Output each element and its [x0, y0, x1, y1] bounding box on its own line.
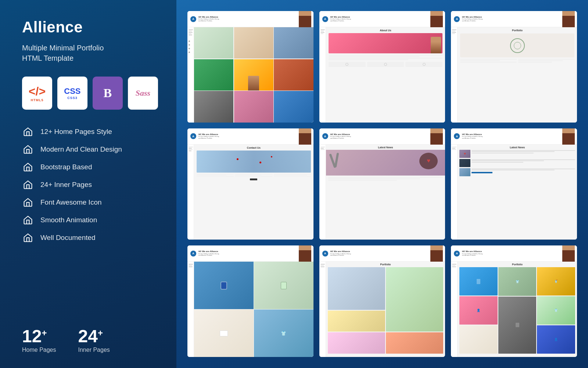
badge-sass: Sass: [128, 77, 158, 110]
person-silhouette-8: [430, 245, 443, 262]
stats-row: 12+ Home Pages 24+ Inner Pages: [22, 328, 158, 353]
mockup-sidebar-6: [451, 145, 458, 240]
sass-icon: Sass: [136, 88, 150, 98]
contact-main-4: Contact Us: [194, 145, 313, 240]
mockup-sidebar-7: [187, 262, 194, 357]
feature-home-pages: 12+ Home Pages Style: [22, 126, 158, 138]
mockup-brand-8: HI! We are Alliance It's Our Hobby to Bu…: [330, 250, 351, 256]
right-panel: A HI! We are Alliance It's Our Hobby to …: [176, 0, 588, 368]
mockup-1: A HI! We are Alliance It's Our Hobby to …: [187, 11, 313, 123]
feature-text-font-awesome: Font Awesome Icon: [40, 198, 102, 206]
feature-icon-inner-pages: [22, 179, 34, 191]
product-grid-7: 👕: [194, 262, 313, 357]
mockup-sidebar-1: [187, 27, 194, 123]
mockup-brand-9: HI! We are Alliance It's Our Hobby to Bu…: [462, 250, 483, 256]
preview-card-6[interactable]: A HI! We are Alliance It's Our Hobby to …: [451, 128, 577, 240]
features-list: 12+ Home Pages Style Modern And Clean De…: [22, 126, 158, 244]
mockup-body-9: Portfolio 👤 👕: [451, 262, 577, 357]
news-dark-main-6: Latest News ♥: [458, 145, 577, 240]
feature-text-modern-design: Modern And Clean Design: [40, 145, 122, 153]
feature-icon-font-awesome: [22, 197, 34, 208]
css3-icon: CSS: [64, 86, 80, 96]
feature-documented: Well Documented: [22, 232, 158, 244]
mockup-logo-4: A: [190, 133, 196, 139]
mockup-logo-7: A: [190, 251, 196, 256]
feature-inner-pages: 24+ Inner Pages: [22, 179, 158, 191]
mockup-sidebar-3: [451, 27, 458, 123]
brand-title: Allience: [22, 18, 158, 36]
stat-label-inner: Inner Pages: [78, 347, 110, 353]
stat-number-inner: 24+: [78, 328, 110, 345]
feature-font-awesome: Font Awesome Icon: [22, 197, 158, 208]
mockup-brand-5: HI! We are Alliance It's Our Hobby to Bu…: [330, 133, 351, 139]
feature-text-home-pages: 12+ Home Pages Style: [40, 128, 112, 136]
mockup-2: A HI! We are Alliance It's Our Hobby to …: [319, 11, 445, 123]
mockup-logo-6: A: [454, 133, 460, 139]
portfolio-grid-1: [194, 27, 313, 123]
mockup-4: A HI! We are Alliance It's Our Hobby to …: [187, 128, 313, 240]
person-silhouette-9: [562, 245, 575, 262]
stat-home-pages: 12+ Home Pages: [22, 328, 56, 353]
mockup-brand-2: HI! We are Alliance It's Our Hobby to Bu…: [330, 16, 351, 22]
person-silhouette-5: [430, 128, 443, 145]
preview-card-2[interactable]: A HI! We are Alliance It's Our Hobby to …: [319, 11, 445, 123]
badge-html5: </> HTML5: [22, 77, 52, 110]
mockup-brand-1: HI! We are Alliance It's Our Hobby to Bu…: [198, 16, 219, 22]
left-panel: Allience Multiple Minimal Portfolio HTML…: [0, 0, 176, 368]
colorful-main-9: Portfolio 👤 👕: [458, 262, 577, 357]
preview-card-7[interactable]: A HI! We are Alliance It's Our Hobby to …: [187, 245, 313, 357]
about-main-2: About Us: [326, 27, 445, 123]
feature-icon-modern-design: [22, 144, 34, 155]
mockup-body-2: About Us: [319, 27, 445, 123]
news-main-5: Latest News ♥: [326, 145, 445, 240]
person-silhouette-1: [299, 11, 311, 27]
mockup-logo-5: A: [322, 133, 328, 139]
feature-text-inner-pages: 24+ Inner Pages: [40, 181, 92, 189]
mockup-9: A HI! We are Alliance It's Our Hobby to …: [451, 245, 577, 357]
mockup-sidebar-8: [319, 262, 326, 357]
mockup-sidebar-4: [187, 145, 194, 240]
feature-text-documented: Well Documented: [40, 234, 96, 242]
preview-card-8[interactable]: A HI! We are Alliance It's Our Hobby to …: [319, 245, 445, 357]
preview-card-4[interactable]: A HI! We are Alliance It's Our Hobby to …: [187, 128, 313, 240]
person-silhouette-2: [430, 11, 443, 27]
person-silhouette-3: [562, 11, 575, 27]
mockup-logo-1: A: [190, 16, 196, 22]
portfolio-main-3: Portfolio: [458, 27, 577, 123]
mockup-sidebar-9: [451, 262, 458, 357]
mockup-logo-9: A: [454, 251, 460, 256]
feature-animation: Smooth Animation: [22, 214, 158, 226]
mockup-brand-4: HI! We are Alliance It's Our Hobby to Bu…: [198, 133, 219, 139]
mockup-brand-7: HI! We are Alliance It's Our Hobby to Bu…: [198, 250, 219, 256]
mockup-brand-6: HI! We are Alliance It's Our Hobby to Bu…: [462, 133, 483, 139]
mockup-body-7: 👕: [187, 262, 313, 357]
tech-badges: </> HTML5 CSS CSS3 B Sass: [22, 77, 158, 110]
preview-card-5[interactable]: A HI! We are Alliance It's Our Hobby to …: [319, 128, 445, 240]
mockup-brand-3: HI! We are Alliance It's Our Hobby to Bu…: [462, 16, 483, 22]
mockup-body-3: Portfolio: [451, 27, 577, 123]
html5-label: HTML5: [31, 98, 43, 102]
feature-text-bootstrap: Bootstrap Based: [40, 163, 92, 171]
html5-icon: </>: [29, 85, 46, 98]
preview-card-1[interactable]: A HI! We are Alliance It's Our Hobby to …: [187, 11, 313, 123]
feature-modern-design: Modern And Clean Design: [22, 144, 158, 155]
feature-icon-bootstrap: [22, 161, 34, 173]
bootstrap-icon: B: [104, 86, 112, 100]
person-silhouette-4: [299, 128, 311, 145]
css3-label: CSS3: [67, 96, 78, 100]
mockup-body-5: Latest News ♥: [319, 145, 445, 240]
person-silhouette-7: [299, 245, 311, 262]
pastel-main-8: Portfolio: [326, 262, 445, 357]
badge-bootstrap: B: [93, 77, 123, 110]
feature-icon-animation: [22, 214, 34, 226]
mockup-5: A HI! We are Alliance It's Our Hobby to …: [319, 128, 445, 240]
mockup-body-8: Portfolio: [319, 262, 445, 357]
mockup-logo-2: A: [322, 16, 328, 22]
mockup-body-6: Latest News ♥: [451, 145, 577, 240]
stat-label-home: Home Pages: [22, 347, 56, 353]
preview-card-9[interactable]: A HI! We are Alliance It's Our Hobby to …: [451, 245, 577, 357]
stat-inner-pages: 24+ Inner Pages: [78, 328, 110, 353]
mockup-sidebar-2: [319, 27, 326, 123]
badge-css3: CSS CSS3: [57, 77, 87, 110]
preview-card-3[interactable]: A HI! We are Alliance It's Our Hobby to …: [451, 11, 577, 123]
